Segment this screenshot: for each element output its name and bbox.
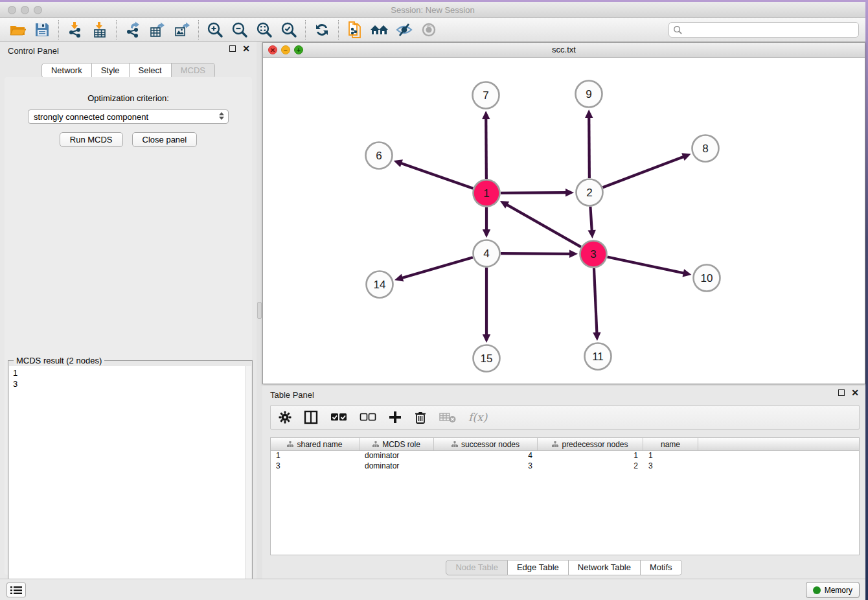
graph-edge[interactable] <box>402 257 473 278</box>
column-header-successor-nodes[interactable]: successor nodes <box>434 438 538 450</box>
task-history-button[interactable] <box>6 583 26 597</box>
delete-table-icon <box>439 411 456 423</box>
optimization-criterion-label: Optimization criterion: <box>5 93 252 103</box>
import-network-button[interactable] <box>63 19 87 40</box>
toolbar-separator <box>305 20 306 40</box>
graph-edge[interactable] <box>608 257 685 273</box>
graph-node-label: 9 <box>586 88 591 100</box>
control-panel-tabs: Network Style Select MCDS <box>0 63 257 78</box>
close-panel-icon[interactable]: ✕ <box>242 45 250 52</box>
run-mcds-button[interactable]: Run MCDS <box>60 132 123 147</box>
list-icon <box>10 586 22 595</box>
export-network-button[interactable] <box>120 19 145 40</box>
graph-edge[interactable] <box>589 117 589 178</box>
save-session-button[interactable] <box>30 19 54 40</box>
tab-node-table[interactable]: Node Table <box>446 560 508 575</box>
graph-edge[interactable] <box>486 118 486 179</box>
select-all-button[interactable] <box>330 413 347 422</box>
mcds-result-group: MCDS result (2 nodes) 1 3 <box>8 360 253 600</box>
network-graph: 7968123414101511 <box>263 58 865 384</box>
tab-mcds[interactable]: MCDS <box>172 63 215 78</box>
graph-edge[interactable] <box>594 268 597 334</box>
close-table-panel-icon[interactable]: ✕ <box>851 389 859 396</box>
graph-edge[interactable] <box>506 204 580 247</box>
graph-edge-arrowhead <box>569 250 578 258</box>
zoom-fit-button[interactable] <box>252 19 277 40</box>
graph-node-label: 1 <box>483 187 489 200</box>
search-input[interactable] <box>683 25 854 34</box>
hide-selected-button[interactable] <box>392 19 417 40</box>
clone-network-button[interactable] <box>343 19 367 40</box>
column-header-name[interactable]: name <box>643 438 698 450</box>
export-table-button[interactable] <box>145 19 170 40</box>
toolbar-separator <box>116 20 117 40</box>
result-scrollbar[interactable] <box>245 366 251 600</box>
export-image-button[interactable] <box>170 19 194 40</box>
criterion-dropdown[interactable]: strongly connected component <box>28 110 229 124</box>
zoom-selected-button[interactable] <box>277 19 301 40</box>
table-row[interactable]: 3 dominator 3 2 3 <box>271 461 859 472</box>
criterion-value: strongly connected component <box>34 112 148 122</box>
graph-edge-arrowhead <box>588 230 595 238</box>
delete-column-button[interactable] <box>414 410 427 424</box>
mcds-result-line: 3 <box>13 378 247 389</box>
tab-network-table[interactable]: Network Table <box>569 560 641 575</box>
export-table-icon <box>149 21 166 38</box>
toggle-column-pane-button[interactable] <box>304 410 318 424</box>
toolbar-separator <box>338 20 339 40</box>
network-canvas[interactable]: 7968123414101511 <box>263 58 865 384</box>
float-table-panel-icon[interactable] <box>838 389 845 396</box>
control-panel-title: Control Panel <box>8 46 59 56</box>
add-column-button[interactable] <box>389 411 402 424</box>
column-header-predecessor-nodes[interactable]: predecessor nodes <box>538 438 643 450</box>
column-header-shared-name[interactable]: shared name <box>271 438 360 450</box>
zoom-selected-icon <box>280 21 297 38</box>
import-table-button[interactable] <box>87 19 112 40</box>
table-settings-button[interactable] <box>279 411 291 424</box>
graph-edge[interactable] <box>501 192 567 193</box>
import-table-icon <box>91 21 108 38</box>
splitter-grip[interactable] <box>257 302 262 319</box>
tab-edge-table[interactable]: Edge Table <box>508 560 569 575</box>
table-row[interactable]: 1 dominator 4 1 1 <box>271 451 859 461</box>
graph-node-label: 11 <box>592 351 604 363</box>
table-panel: Table Panel ✕ <box>262 386 865 579</box>
gear-icon <box>279 411 291 424</box>
import-network-icon <box>67 21 84 38</box>
graph-node-label: 7 <box>483 89 488 102</box>
open-session-button[interactable] <box>5 19 30 40</box>
zoom-in-button[interactable] <box>203 19 227 40</box>
column-header-mcds-role[interactable]: MCDS role <box>360 438 434 450</box>
function-builder-button-disabled: f(x) <box>468 411 487 424</box>
close-panel-button[interactable]: Close panel <box>132 132 198 147</box>
tab-select[interactable]: Select <box>130 63 172 78</box>
node-table[interactable]: shared name MCDS role successor nodes pr… <box>270 437 860 555</box>
tab-style[interactable]: Style <box>92 63 130 78</box>
column-pane-icon <box>304 410 318 424</box>
graph-edge[interactable] <box>501 253 571 254</box>
tab-motifs[interactable]: Motifs <box>641 560 682 575</box>
export-image-icon <box>174 21 190 38</box>
session-title: Session: New Session <box>0 5 865 15</box>
graph-edge[interactable] <box>603 156 685 187</box>
desktop-edge-right <box>865 0 868 600</box>
home-button[interactable] <box>367 19 392 40</box>
refresh-layout-button[interactable] <box>310 19 334 40</box>
checked-boxes-icon <box>330 413 347 422</box>
graph-edge-arrowhead <box>593 332 600 341</box>
graph-edge[interactable] <box>590 207 591 231</box>
status-bar: Memory <box>0 579 865 600</box>
float-panel-icon[interactable] <box>229 45 236 52</box>
mcds-result-list[interactable]: 1 3 <box>9 366 251 600</box>
panel-splitter[interactable] <box>257 41 262 579</box>
deselect-all-button[interactable] <box>360 413 376 422</box>
tab-network[interactable]: Network <box>41 63 92 78</box>
graph-edge[interactable] <box>400 163 473 189</box>
export-network-icon <box>124 21 141 38</box>
search-field[interactable] <box>668 22 859 38</box>
network-window-titlebar[interactable]: ✕ − + scc.txt <box>263 43 865 58</box>
graph-edge-arrowhead <box>482 111 490 119</box>
network-view-window: ✕ − + scc.txt 7968123414101511 <box>262 42 865 384</box>
memory-button[interactable]: Memory <box>806 582 860 598</box>
zoom-out-button[interactable] <box>227 19 252 40</box>
